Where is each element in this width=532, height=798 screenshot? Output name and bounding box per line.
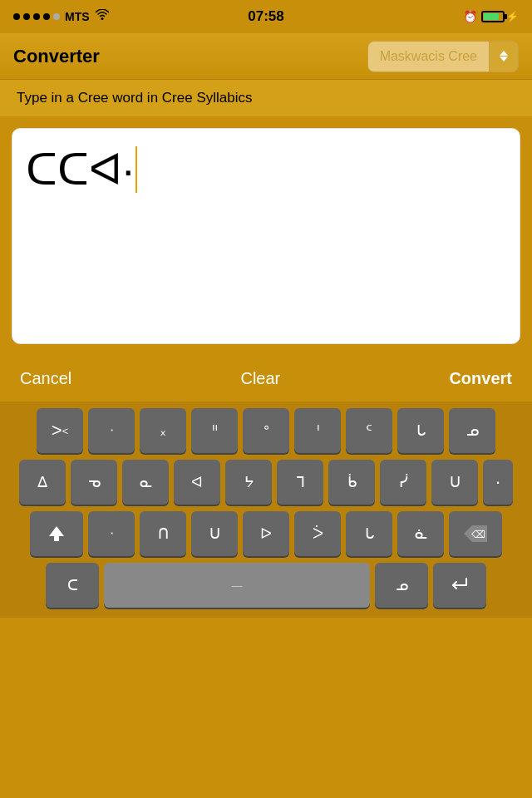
key-b[interactable]: ᓀ [71, 460, 117, 505]
text-input-area[interactable]: ᑕᑕᐊ· [12, 128, 520, 344]
key-e[interactable]: ᔭ [225, 460, 272, 505]
key-a[interactable]: ᐃ [19, 460, 66, 505]
key-7[interactable]: ᑦ [346, 408, 392, 453]
signal-dot-1 [13, 13, 20, 20]
shift-key[interactable] [30, 511, 83, 556]
wifi-icon [95, 9, 110, 24]
signal-dot-4 [43, 13, 50, 20]
signal-dot-5 [53, 13, 60, 20]
key-x[interactable]: ᑌ [191, 511, 238, 556]
status-right: ⏰ ⚡ [463, 10, 519, 23]
backspace-key[interactable]: ⌫ [449, 511, 502, 556]
key-g[interactable]: ᑳ [328, 460, 375, 505]
key-d[interactable]: ᐊ [174, 460, 220, 505]
carrier-label: MTS [65, 10, 90, 23]
key-aa[interactable]: ᒐ [346, 511, 392, 556]
return-key[interactable] [433, 563, 486, 608]
header: Converter Maskwacis Cree [0, 33, 532, 80]
clear-button[interactable]: Clear [237, 364, 283, 393]
key-y[interactable]: ᐅ [243, 511, 289, 556]
key-2[interactable]: ᐧ [88, 408, 135, 453]
alarm-icon: ⏰ [463, 10, 477, 23]
chevron-up-icon [500, 51, 508, 56]
key-6[interactable]: ᑊ [294, 408, 341, 453]
keyboard: >< ᐧ ᙮ ᐦ ᐤ ᑊ ᑦ ᒐ ᓄ ᐃ ᓀ ᓇ ᐊ ᔭ ᒣ ᑳ ᓰ ᑌ · ᐧ… [0, 401, 532, 618]
app-title: Converter [13, 46, 100, 67]
keyboard-row-2: ᐃ ᓀ ᓇ ᐊ ᔭ ᒣ ᑳ ᓰ ᑌ · [3, 460, 529, 505]
cree-syllabics-content: ᑕᑕᐊ· [26, 144, 134, 195]
svg-marker-1 [49, 526, 64, 541]
instruction-banner: Type in a Cree word in Cree Syllabics [0, 80, 532, 116]
key-c[interactable]: ᓇ [122, 460, 169, 505]
key-f[interactable]: ᒣ [277, 460, 323, 505]
key-8[interactable]: ᒐ [397, 408, 444, 453]
cancel-button[interactable]: Cancel [17, 364, 75, 393]
text-cursor [135, 146, 137, 193]
key-h[interactable]: ᓰ [380, 460, 426, 505]
battery-container: ⚡ [481, 11, 519, 22]
action-row: Cancel Clear Convert [0, 356, 532, 401]
space-key[interactable]: — [104, 563, 370, 608]
key-3[interactable]: ᙮ [140, 408, 186, 453]
battery-fill [484, 13, 499, 20]
key-5[interactable]: ᐤ [243, 408, 289, 453]
keyboard-row-4: ᑕ — ᓄ [3, 563, 529, 608]
key-9[interactable]: ᓄ [449, 408, 495, 453]
svg-point-0 [101, 17, 103, 20]
key-i[interactable]: ᑌ [431, 460, 478, 505]
signal-dot-3 [33, 13, 40, 20]
chevron-updown-icon [500, 51, 508, 62]
dropdown-arrow[interactable] [489, 41, 519, 72]
cree-input-text: ᑕᑕᐊ· [26, 144, 506, 195]
key-1[interactable]: >< [37, 408, 83, 453]
convert-button[interactable]: Convert [446, 364, 515, 393]
status-time: 07:58 [248, 8, 283, 25]
key-special-left[interactable]: ᑕ [46, 563, 99, 608]
instruction-text: Type in a Cree word in Cree Syllabics [17, 90, 252, 106]
status-bar: MTS 07:58 ⏰ ⚡ [0, 0, 532, 33]
chevron-down-icon [500, 57, 508, 62]
key-special-right[interactable]: ᓄ [375, 563, 428, 608]
svg-text:⌫: ⌫ [471, 529, 485, 540]
battery-icon [481, 11, 505, 22]
keyboard-row-1: >< ᐧ ᙮ ᐦ ᐤ ᑊ ᑦ ᒐ ᓄ [3, 408, 529, 453]
key-v[interactable]: ᐧ [88, 511, 135, 556]
key-bb[interactable]: ᓈ [397, 511, 444, 556]
signal-dot-2 [23, 13, 30, 20]
dialect-label: Maskwacis Cree [367, 41, 489, 72]
status-left: MTS [13, 9, 110, 24]
battery-charging-icon: ⚡ [506, 11, 519, 22]
keyboard-row-3: ᐧ ᑎ ᑌ ᐅ ᐴ ᒐ ᓈ ⌫ [3, 511, 529, 556]
key-w[interactable]: ᑎ [140, 511, 186, 556]
signal-dots [13, 13, 60, 20]
key-4[interactable]: ᐦ [191, 408, 238, 453]
dialect-dropdown[interactable]: Maskwacis Cree [367, 41, 519, 72]
key-dot[interactable]: · [483, 460, 513, 505]
key-z[interactable]: ᐴ [294, 511, 341, 556]
